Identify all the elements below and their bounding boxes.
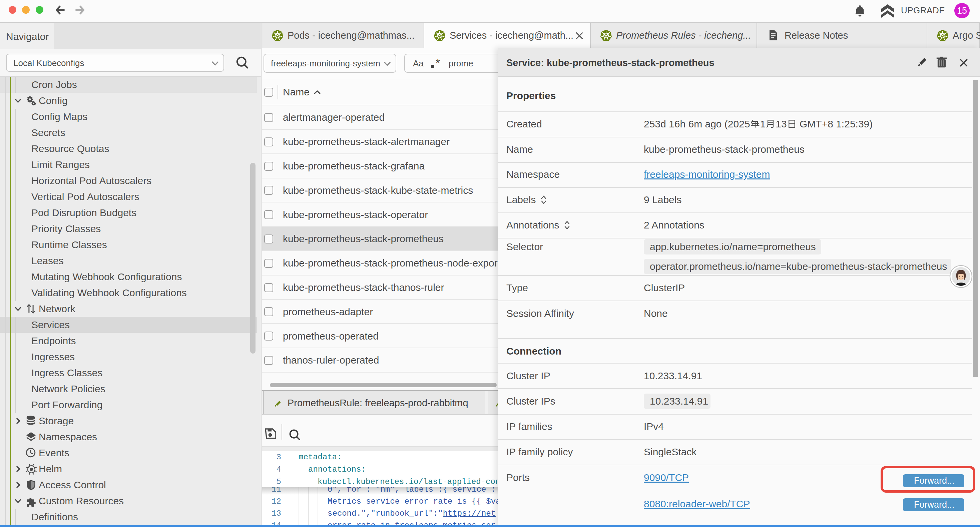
- svg-text:*: *: [436, 57, 440, 69]
